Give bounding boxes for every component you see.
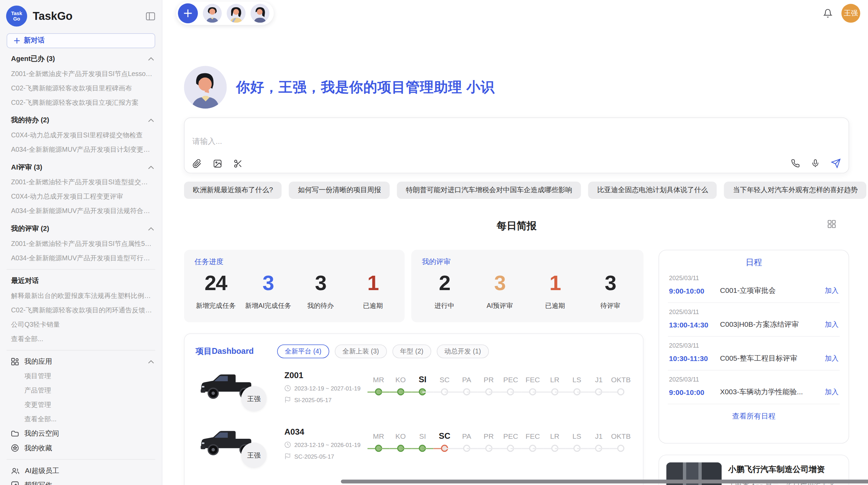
- star-circle-icon: [11, 444, 19, 452]
- milestone-dot: [529, 445, 536, 452]
- sidebar-item-my-apps[interactable]: 我的应用: [0, 355, 162, 369]
- suggestion-chip[interactable]: 特朗普可能对进口汽车增税会对中国车企造成哪些影响: [397, 182, 581, 199]
- suggestion-chips: 欧洲新规最近颁布了什么? 如何写一份清晰的项目周报 特朗普可能对进口汽车增税会对…: [184, 182, 849, 199]
- chat-input[interactable]: [192, 137, 841, 146]
- divider: [7, 350, 155, 351]
- apps-view-all[interactable]: 查看全部...: [0, 412, 162, 426]
- card-title: 我的评审: [417, 257, 638, 267]
- sidebar-item[interactable]: A034-全新新能源MUV产品开发项目法规符合性评审: [0, 204, 162, 218]
- milestone-dot: [397, 388, 404, 395]
- recent-chat-item[interactable]: C02-飞腾新能源轻客改款项目的闭环通告反馈情况: [0, 303, 162, 317]
- sidebar-item[interactable]: C02-飞腾新能源轻客改款项目里程碑画布: [0, 81, 162, 95]
- suggestion-chip[interactable]: 欧洲新规最近颁布了什么?: [184, 182, 282, 199]
- image-icon[interactable]: [213, 159, 222, 168]
- member-avatar[interactable]: [227, 4, 245, 23]
- sidebar-item[interactable]: A034-全新新能源MUV产品开发项目计划变更表编写: [0, 142, 162, 157]
- milestone-dot: [375, 388, 382, 395]
- project-flag-date: SC-2025-05-17: [294, 453, 334, 460]
- app-item-project-mgmt[interactable]: 项目管理: [0, 369, 162, 383]
- greeting-text: 你好，王强，我是你的项目管理助理 小识: [236, 78, 495, 96]
- member-avatar[interactable]: [251, 4, 269, 23]
- milestone-dot: [617, 388, 625, 395]
- stat: 24新增完成任务: [190, 271, 242, 311]
- section-my-review[interactable]: 我的评审 (2): [0, 222, 162, 237]
- sidebar-item-my-favorites[interactable]: 我的收藏: [0, 441, 162, 455]
- bell-icon[interactable]: [823, 8, 832, 18]
- schedule-time: 9:00-10:00: [669, 388, 720, 396]
- sidebar-item[interactable]: Z001-全新燃油轻卡产品开发项目SI节点属性5D文件评审: [0, 236, 162, 251]
- stat: 1已逾期: [527, 271, 582, 311]
- filter-chip[interactable]: 动总开发 (1): [437, 344, 489, 358]
- suggestion-chip[interactable]: 如何写一份清晰的项目周报: [289, 182, 390, 199]
- milestone-dot: [485, 445, 492, 452]
- chevron-up-icon[interactable]: [148, 360, 154, 363]
- section-recent-chats[interactable]: 最近对话: [0, 274, 162, 289]
- user-name: 王强: [844, 9, 858, 18]
- join-link[interactable]: 加入: [825, 320, 839, 329]
- task-progress-card: 任务进度 24新增完成任务 3新增AI完成任务 3我的待办 1已逾期: [184, 250, 405, 322]
- schedule-item: 2025/03/11 10:30-11:30 C005-整车工程目标评审 加入: [659, 337, 848, 370]
- filter-chip[interactable]: 年型 (2): [392, 344, 431, 358]
- project-row[interactable]: 王强 Z001 2023-12-19 ~ 2027-01-19 SI-2025-…: [196, 367, 632, 416]
- stat: 1已逾期: [347, 271, 399, 311]
- sidebar-item[interactable]: C02-飞腾新能源轻客改款项目立项汇报方案: [0, 95, 162, 110]
- suggestion-chip[interactable]: 当下年轻人对汽车外观有怎样的喜好趋势: [724, 182, 867, 199]
- schedule-time: 9:00-10:00: [669, 287, 720, 295]
- chevron-up-icon[interactable]: [148, 227, 154, 231]
- recent-chats-view-all[interactable]: 查看全部...: [0, 332, 162, 346]
- user-avatar[interactable]: 王强: [841, 4, 860, 23]
- project-flag-date: SI-2025-05-17: [294, 397, 332, 403]
- send-icon[interactable]: [831, 158, 841, 168]
- filter-chip[interactable]: 全新平台 (4): [277, 344, 329, 358]
- paperclip-icon[interactable]: [192, 159, 202, 168]
- section-ai-review[interactable]: AI评审 (3): [0, 160, 162, 175]
- join-link[interactable]: 加入: [825, 387, 839, 397]
- layout-grid-icon[interactable]: [828, 220, 836, 228]
- milestone-dot: [573, 445, 580, 452]
- recent-chat-item[interactable]: 公司Q3轻卡销量: [0, 317, 162, 332]
- team-members-pill: [176, 2, 274, 25]
- flag-icon: [284, 453, 291, 460]
- schedule-item: 2025/03/11 9:00-10:00 C001-立项审批会 加入: [659, 269, 848, 302]
- app-title: TaskGo: [33, 10, 146, 22]
- section-my-todo[interactable]: 我的待办 (2): [0, 113, 162, 128]
- sidebar-item[interactable]: A034-全新新能源MUV产品开发项目造型可行性评审: [0, 251, 162, 265]
- join-link[interactable]: 加入: [825, 286, 839, 295]
- mic-icon[interactable]: [811, 159, 820, 168]
- sidebar-item[interactable]: C0X4-动力总成开发项目SI里程碑提交物检查: [0, 128, 162, 142]
- milestone-dot: [507, 445, 514, 452]
- new-chat-button[interactable]: 新对话: [7, 33, 155, 48]
- sidebar-item[interactable]: Z001-全新燃油皮卡产品开发项目SI节点Lesson Learn报告: [0, 66, 162, 81]
- sidebar-item[interactable]: Z001-全新燃油轻卡产品开发项目SI造型提交物评审: [0, 175, 162, 189]
- section-agent-done[interactable]: Agent已办 (3): [0, 51, 162, 66]
- chevron-up-icon[interactable]: [148, 165, 154, 169]
- app-window: Task Go TaskGo 新对话 Agent已办 (3) Z001-全新燃油…: [0, 0, 868, 485]
- member-avatar[interactable]: [203, 4, 222, 23]
- sidebar-item[interactable]: C0X4-动力总成开发项目工程变更评审: [0, 189, 162, 204]
- news-title: 小鹏飞行汽车制造公司增资: [728, 464, 842, 475]
- project-dates: 2023-12-19 ~ 2026-01-19: [294, 442, 361, 448]
- project-row[interactable]: 王强 A034 2023-12-19 ~ 2026-01-19 SC-2025-…: [196, 424, 632, 472]
- schedule-time: 10:30-11:30: [669, 354, 720, 362]
- project-dates: 2023-12-19 ~ 2027-01-19: [294, 385, 361, 391]
- join-link[interactable]: 加入: [825, 353, 839, 363]
- sidebar-collapse-icon[interactable]: [146, 12, 155, 20]
- sidebar-item-ai-super-staff[interactable]: AI超级员工: [0, 463, 162, 478]
- app-item-change-mgmt[interactable]: 变更管理: [0, 398, 162, 412]
- phone-icon[interactable]: [791, 159, 800, 168]
- sidebar-item-my-cloud[interactable]: 我的云空间: [0, 426, 162, 441]
- horizontal-scrollbar-thumb[interactable]: [341, 480, 868, 483]
- milestone-dot: [551, 388, 558, 395]
- view-all-schedule-link[interactable]: 查看所有日程: [659, 404, 848, 428]
- suggestion-chip[interactable]: 比亚迪全固态电池计划具体说了什么: [588, 182, 717, 199]
- app-item-product-mgmt[interactable]: 产品管理: [0, 383, 162, 398]
- chevron-up-icon[interactable]: [148, 57, 154, 61]
- scissors-icon[interactable]: [233, 159, 243, 168]
- schedule-date: 2025/03/11: [669, 376, 839, 383]
- chevron-up-icon[interactable]: [148, 119, 154, 122]
- recent-chat-item[interactable]: 解释最新出台的欧盟报废车法规再生塑料比例被调至15%...: [0, 288, 162, 303]
- main-area: 王强 你好，王强，我是你的项目管理助理 小识: [162, 0, 868, 485]
- add-member-button[interactable]: [178, 3, 198, 23]
- sidebar-item-help-me-write[interactable]: 帮我写作: [0, 478, 162, 485]
- filter-chip[interactable]: 全新上装 (3): [335, 344, 387, 358]
